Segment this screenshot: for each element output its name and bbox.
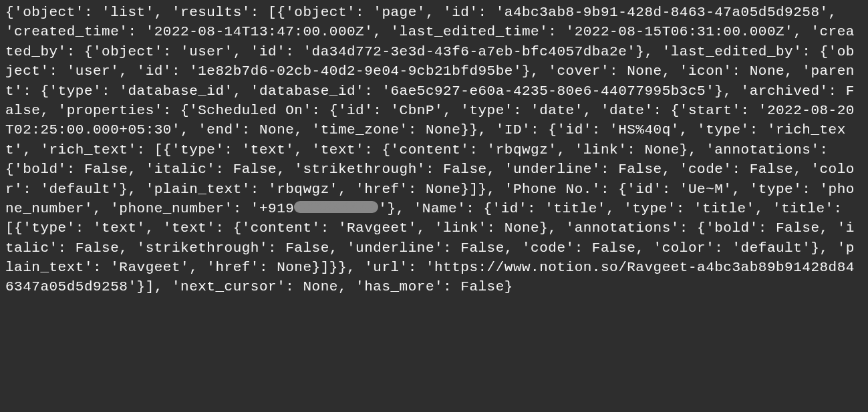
terminal-output: {'object': 'list', 'results': [{'object'… [5,3,863,297]
redacted-phone-segment: XXXXXXXXX [294,201,378,213]
output-text-prefix: {'object': 'list', 'results': [{'object'… [5,5,855,216]
